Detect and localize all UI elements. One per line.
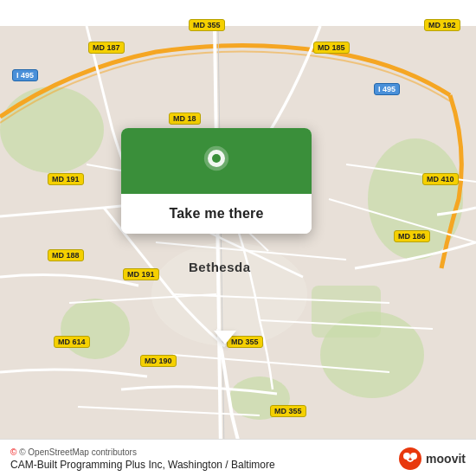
- popup-card: Take me there: [121, 128, 312, 234]
- moovit-icon: [398, 447, 422, 471]
- take-me-there-button[interactable]: Take me there: [121, 194, 312, 234]
- svg-point-22: [212, 154, 221, 163]
- svg-point-24: [403, 453, 410, 460]
- copyright-symbol: ©: [10, 447, 16, 457]
- road-badge-i495-left: I 495: [12, 69, 38, 81]
- popup-header: [121, 128, 312, 194]
- moovit-text: moovit: [426, 452, 466, 466]
- svg-point-4: [61, 299, 130, 359]
- bottom-bar-left: © © OpenStreetMap contributors CAM-Built…: [10, 447, 275, 471]
- road-badge-md410: MD 410: [422, 173, 459, 185]
- svg-point-25: [410, 453, 417, 460]
- road-badge-md614: MD 614: [54, 336, 90, 348]
- road-badge-md188: MD 188: [48, 249, 84, 261]
- moovit-logo: moovit: [398, 447, 466, 471]
- svg-point-23: [399, 447, 421, 470]
- bethesda-city-label: Bethesda: [189, 260, 251, 274]
- road-badge-md190: MD 190: [140, 355, 177, 367]
- business-name: CAM-Built Programming Plus Inc, Washingt…: [10, 459, 275, 471]
- svg-point-1: [0, 87, 104, 173]
- road-badge-md187: MD 187: [88, 42, 125, 54]
- attribution-text: © OpenStreetMap contributors: [19, 447, 137, 457]
- road-badge-i495-right: I 495: [374, 83, 400, 95]
- road-badge-md18x: MD 18: [169, 113, 201, 125]
- road-badge-md191-left: MD 191: [48, 173, 84, 185]
- road-badge-md355-top: MD 355: [189, 19, 225, 31]
- road-badge-md355-bot2: MD 355: [270, 405, 306, 417]
- road-badge-md185: MD 185: [313, 42, 350, 54]
- road-badge-md191-mid: MD 191: [123, 268, 159, 280]
- svg-rect-6: [312, 286, 381, 338]
- road-badge-md192: MD 192: [424, 19, 460, 31]
- location-pin-icon: [199, 145, 234, 180]
- bottom-bar: © © OpenStreetMap contributors CAM-Built…: [0, 439, 476, 476]
- attribution: © © OpenStreetMap contributors: [10, 447, 275, 457]
- map-container: MD 187 MD 355 MD 185 MD 192 I 495 MD 18 …: [0, 0, 476, 476]
- popup-tail: [214, 331, 236, 344]
- road-badge-md186: MD 186: [394, 230, 430, 242]
